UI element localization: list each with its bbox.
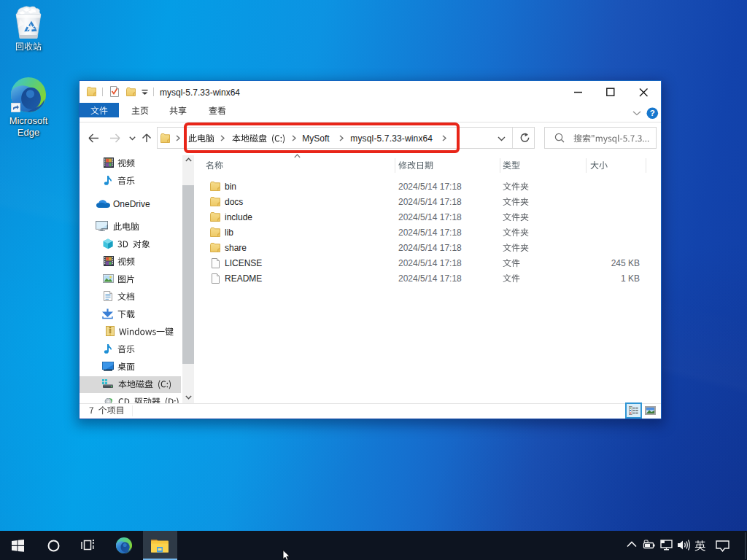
svg-text:?: ? <box>650 109 655 117</box>
